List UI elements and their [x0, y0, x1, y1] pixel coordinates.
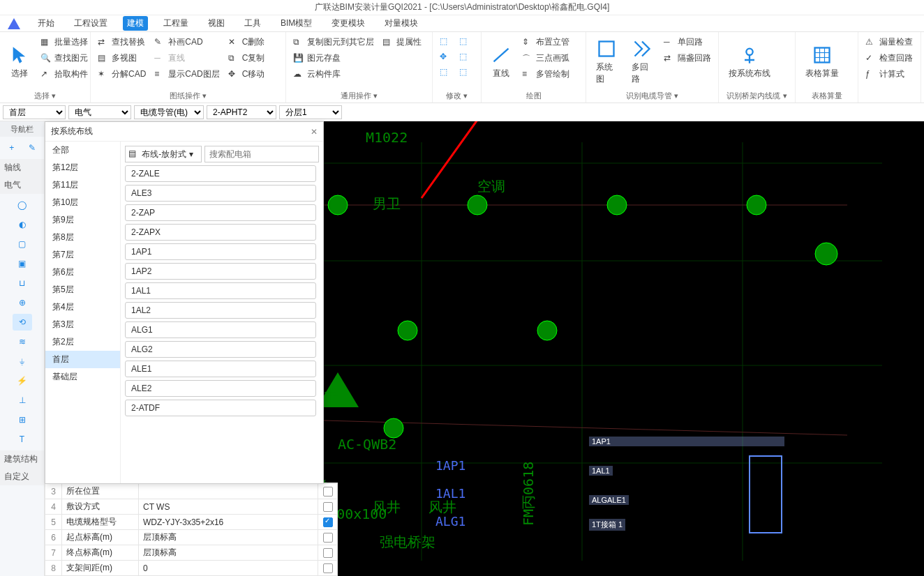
route-item[interactable]: 2-ATDF [125, 400, 316, 416]
draw-cad-button[interactable]: ✎补画CAD [151, 35, 222, 50]
checkbox[interactable] [323, 548, 333, 558]
modify-btn-2[interactable]: ✥ [437, 50, 454, 64]
find-element-button[interactable]: 🔍查找图元 [38, 51, 91, 66]
c-copy-button[interactable]: ⧉C复制 [225, 51, 268, 66]
alt-circuit-button[interactable]: ⇄隔盏回路 [661, 51, 714, 66]
checkbox[interactable] [323, 517, 333, 527]
three-point-arc-button[interactable]: ⌒三点画弧 [519, 51, 572, 66]
property-row[interactable]: 5电缆规格型号WDZ-YJY-3x35+2x16 [45, 515, 338, 530]
show-cad-layer-button[interactable]: ≡显示CAD图层 [151, 67, 222, 82]
property-row[interactable]: 8支架间距(m)0 [45, 561, 338, 576]
multi-circuit-button[interactable]: 多回路 [626, 35, 659, 89]
line-button[interactable]: ─直线 [151, 51, 222, 66]
floor-item[interactable]: 第5层 [45, 281, 120, 298]
nav-icon-socket[interactable]: ▢ [13, 236, 32, 252]
property-row[interactable]: 7终点标高(m)层顶标高 [45, 545, 338, 561]
copy-to-layer-button[interactable]: ⧉复制图元到其它层 [290, 35, 377, 50]
property-row[interactable]: 6起点标高(m)层顶标高 [45, 530, 338, 545]
system-diagram-button[interactable]: 系统图 [590, 35, 623, 89]
edit-axis-button[interactable]: ✎ [24, 139, 42, 156]
single-circuit-button[interactable]: ─单回路 [661, 35, 714, 50]
menu-bim-model[interactable]: BIM模型 [276, 16, 316, 31]
save-element-button[interactable]: 💾图元存盘 [290, 51, 377, 66]
formula-button[interactable]: ƒ计算式 [863, 67, 916, 82]
property-row[interactable]: 4敷设方式CT WS [45, 499, 338, 515]
extract-attr-button[interactable]: ▤提属性 [380, 35, 424, 50]
route-by-system-button[interactable]: 按系统布线 [723, 35, 776, 89]
nav-icon-box[interactable]: ▣ [13, 255, 32, 272]
route-mode-combo[interactable]: ▤ 布线-放射式 ▾ [125, 146, 202, 162]
menu-view[interactable]: 视图 [204, 16, 229, 31]
menu-compare-module[interactable]: 对量模块 [380, 16, 422, 31]
explode-cad-button[interactable]: ✶分解CAD [95, 67, 149, 82]
c-move-button[interactable]: ✥C移动 [225, 67, 268, 82]
c-delete-button[interactable]: ✕C删除 [225, 35, 268, 50]
draw-line-button[interactable]: 直线 [486, 35, 516, 89]
nav-icon-wire[interactable]: ≋ [13, 333, 32, 350]
floor-item[interactable]: 第7层 [45, 246, 120, 264]
nav-icon-switch[interactable]: ◐ [13, 216, 32, 233]
check-circuit-button[interactable]: ✓检查回路 [863, 51, 916, 66]
floor-item[interactable]: 第2层 [45, 333, 120, 351]
modify-btn-5[interactable]: ⬚ [456, 50, 473, 64]
add-axis-button[interactable]: + [3, 139, 21, 156]
batch-select-button[interactable]: ▦批量选择 [38, 35, 91, 50]
floor-item[interactable]: 第10层 [45, 194, 120, 211]
cloud-lib-button[interactable]: ☁云构件库 [290, 67, 377, 82]
nav-section-custom[interactable]: 自定义 [0, 468, 44, 485]
checkbox[interactable] [323, 533, 333, 543]
spec-combo[interactable]: 2-APHT2 [207, 105, 276, 119]
floor-item[interactable]: 首层 [45, 351, 120, 368]
floor-item[interactable]: 第3层 [45, 316, 120, 333]
nav-section-elec[interactable]: 电气 [0, 176, 44, 194]
route-item[interactable]: 1AP2 [125, 263, 316, 280]
nav-section-struct[interactable]: 建筑结构 [0, 450, 44, 468]
floor-item[interactable]: 第12层 [45, 159, 120, 176]
nav-section-axis[interactable]: 轴线 [0, 159, 44, 176]
floor-combo[interactable]: 首层 [3, 105, 66, 119]
route-search-input[interactable] [204, 146, 319, 162]
floor-item[interactable]: 基础层 [45, 368, 120, 386]
route-item[interactable]: 2-ZAPX [125, 224, 316, 241]
floor-item[interactable]: 第9层 [45, 211, 120, 229]
leak-check-button[interactable]: ⚠漏量检查 [863, 35, 916, 50]
place-riser-button[interactable]: ⇕布置立管 [519, 35, 572, 50]
type-combo[interactable]: 电缆导管(电) [134, 105, 204, 119]
modify-btn-4[interactable]: ⬚ [456, 35, 473, 49]
layer-combo[interactable]: 分层1 [279, 105, 342, 119]
menu-quantity[interactable]: 工程量 [159, 16, 193, 31]
route-item[interactable]: 2-ZALE [125, 165, 316, 182]
modify-btn-6[interactable]: ⬚ [456, 66, 473, 79]
nav-icon-tray[interactable]: ⊔ [13, 275, 32, 291]
route-item[interactable]: ALE1 [125, 361, 316, 377]
menu-project-settings[interactable]: 工程设置 [70, 16, 112, 31]
modify-btn-1[interactable]: ⬚ [437, 35, 454, 49]
menu-start[interactable]: 开始 [33, 16, 59, 31]
checkbox[interactable] [323, 487, 333, 497]
nav-icon-text[interactable]: T [13, 431, 32, 448]
system-combo[interactable]: 电气 [68, 105, 131, 119]
floor-item[interactable]: 第4层 [45, 298, 120, 316]
popup-close-button[interactable]: ✕ [311, 127, 318, 137]
nav-icon-conduit[interactable]: ⊕ [13, 294, 32, 311]
nav-icon-light[interactable]: ◯ [13, 197, 32, 213]
nav-icon-grid[interactable]: ⊞ [13, 411, 32, 428]
route-item[interactable]: 1AP1 [125, 243, 316, 260]
route-item[interactable]: ALE2 [125, 380, 316, 397]
route-item[interactable]: ALG2 [125, 341, 316, 358]
property-row[interactable]: 3所在位置 [45, 484, 338, 499]
find-replace-button[interactable]: ⇄查找替换 [95, 35, 149, 50]
multi-view-button[interactable]: ▤多视图 [95, 51, 149, 66]
select-button[interactable]: 选择 [4, 35, 35, 89]
modify-btn-3[interactable]: ⬚ [437, 66, 454, 79]
route-item[interactable]: 1AL1 [125, 282, 316, 299]
checkbox[interactable] [323, 563, 333, 573]
floor-item[interactable]: 第11层 [45, 176, 120, 194]
nav-icon-ground[interactable]: ⏚ [13, 353, 32, 370]
table-calc-button[interactable]: 表格算量 [800, 35, 844, 89]
checkbox[interactable] [323, 502, 333, 512]
floor-item-all[interactable]: 全部 [45, 142, 120, 159]
menu-modeling[interactable]: 建模 [123, 16, 148, 31]
route-item[interactable]: 2-ZAP [125, 204, 316, 221]
nav-icon-motor[interactable]: ⚡ [13, 372, 32, 389]
